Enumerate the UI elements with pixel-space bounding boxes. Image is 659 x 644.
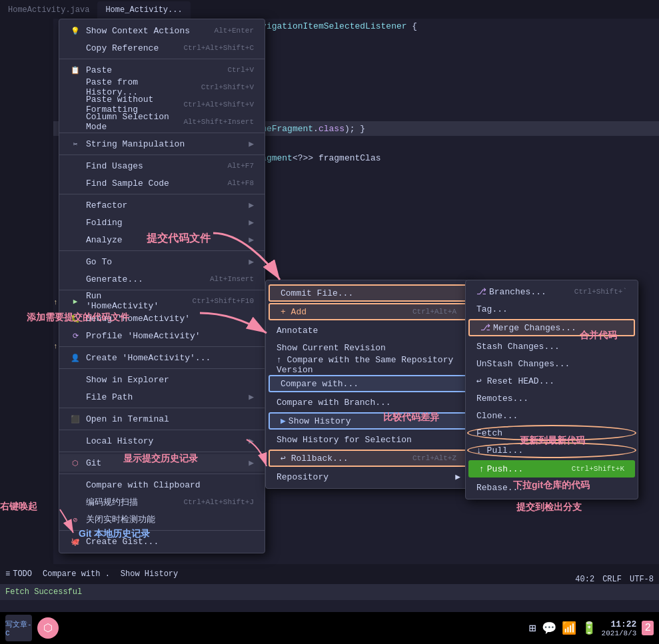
menu-annotate[interactable]: Annotate bbox=[266, 322, 471, 339]
menu-copy-reference[interactable]: Copy Reference Ctrl+Alt+Shift+C bbox=[59, 39, 265, 57]
analyze-arrow: ▶ bbox=[249, 234, 254, 245]
menu-push[interactable]: ↑ Push... Ctrl+Shift+K bbox=[468, 460, 635, 478]
tab-label-1: HomeActivity.java bbox=[8, 5, 89, 15]
menu-column-selection[interactable]: Column Selection Mode Alt+Shift+Insert bbox=[59, 113, 265, 131]
copy-icon bbox=[70, 43, 81, 53]
scissors-icon: ✂ bbox=[70, 139, 81, 149]
terminal-icon: ⬛ bbox=[70, 414, 81, 424]
push-wrapper: ↑ Push... Ctrl+Shift+K bbox=[466, 460, 638, 478]
separator-3 bbox=[59, 155, 265, 155]
tab-label-2: Home_Activity... bbox=[105, 5, 182, 15]
menu-refactor[interactable]: Refactor ▶ bbox=[59, 196, 265, 214]
menu-commit-file[interactable]: Commit File... bbox=[269, 284, 468, 302]
add-item-wrapper: + Add Ctrl+Alt+A bbox=[266, 303, 471, 320]
taskbar-github-icon[interactable]: ⬡ bbox=[37, 617, 59, 639]
editor-gutter bbox=[0, 19, 53, 564]
menu-show-history-selection[interactable]: Show History for Selection bbox=[266, 431, 471, 448]
separator-7 bbox=[59, 346, 265, 347]
separator-9 bbox=[59, 408, 265, 408]
menu-string-manipulation[interactable]: ✂ String Manipulation ▶ bbox=[59, 135, 265, 153]
annotation-push: 提交到检出分支 bbox=[516, 501, 582, 513]
menu-reset-head[interactable]: ↩ Reset HEAD... bbox=[466, 372, 638, 390]
annotation-merge: 合并代码 bbox=[580, 330, 617, 342]
menu-compare-branch[interactable]: Compare with Branch... bbox=[266, 394, 471, 411]
encoding: UTF-8 bbox=[630, 575, 654, 584]
menu-compare-clipboard[interactable]: Compare with Clipboard bbox=[59, 476, 265, 493]
tab-bar: HomeActivity.java Home_Activity... bbox=[0, 0, 659, 19]
menu-generate[interactable]: Generate... Alt+Insert bbox=[59, 270, 265, 288]
filepath-arrow: ▶ bbox=[249, 392, 254, 402]
menu-run[interactable]: ▶ Run 'HomeActivity' Ctrl+Shift+F10 bbox=[59, 292, 265, 310]
menu-show-context-actions[interactable]: 💡 Show Context Actions Alt+Enter bbox=[59, 22, 265, 39]
separator-1 bbox=[59, 59, 265, 59]
run-icon: ▶ bbox=[70, 296, 81, 306]
menu-paste-no-format[interactable]: Paste without Formatting Ctrl+Alt+Shift+… bbox=[59, 96, 265, 113]
menu-folding[interactable]: Folding ▶ bbox=[59, 214, 265, 231]
menu-branches[interactable]: ⎇ Branches... Ctrl+Shift+` bbox=[466, 283, 638, 300]
show-history-wrapper: ▶ Show History bbox=[266, 412, 471, 430]
menu-create[interactable]: 👤 Create 'HomeActivity'... bbox=[59, 349, 265, 366]
compare-with-tab[interactable]: Compare with . bbox=[43, 569, 110, 579]
menu-profile[interactable]: ⟳ Profile 'HomeActivity' bbox=[59, 327, 265, 344]
menu-rollback[interactable]: ↩ Rollback... Ctrl+Alt+Z bbox=[269, 450, 468, 467]
create-icon: 👤 bbox=[70, 352, 81, 363]
menu-show-current-revision[interactable]: Show Current Revision bbox=[266, 339, 471, 356]
rollback-wrapper: ↩ Rollback... Ctrl+Alt+Z bbox=[266, 450, 471, 467]
menu-remotes[interactable]: Remotes... bbox=[466, 390, 638, 407]
tray-app-num: 2 bbox=[642, 621, 654, 635]
commit-file-item-wrapper: Commit File... bbox=[266, 284, 471, 302]
annotation-add-file: 添加需要提交的代码文件 bbox=[27, 312, 129, 324]
system-tray: ⊞ 💬 📶 🔋 11:22 2021/8/3 2 bbox=[529, 619, 654, 637]
menu-goto[interactable]: Go To ▶ bbox=[59, 253, 265, 270]
repo-arrow: ▶ bbox=[455, 472, 460, 482]
refactor-arrow: ▶ bbox=[249, 200, 254, 210]
taskbar-app-write[interactable]: 写文章-C bbox=[5, 615, 32, 641]
separator-12 bbox=[59, 474, 265, 474]
paste-icon: 📋 bbox=[70, 65, 81, 75]
menu-compare-with[interactable]: Compare with... bbox=[269, 375, 468, 392]
line-ending: CRLF bbox=[602, 575, 622, 584]
menu-compare-same-repo[interactable]: ↑ Compare with the Same Repository Versi… bbox=[266, 356, 471, 374]
git-file-submenu: Commit File... + Add Ctrl+Alt+A Annotate… bbox=[265, 280, 472, 489]
menu-terminal[interactable]: ⬛ Open in Terminal bbox=[59, 410, 265, 428]
todo-tab[interactable]: ≡ TODO bbox=[5, 569, 32, 579]
folding-arrow: ▶ bbox=[249, 217, 254, 228]
menu-close-realtime[interactable]: ⊘ 关闭实时检测功能 bbox=[59, 511, 265, 528]
annotation-pull: 下拉git仓库的代码 bbox=[513, 480, 590, 491]
annotation-compare: 比较代码差异 bbox=[383, 412, 439, 424]
notification-bar: Fetch Successful bbox=[0, 584, 659, 600]
menu-paste[interactable]: 📋 Paste Ctrl+V bbox=[59, 61, 265, 79]
status-bar: 40:2 CRLF UTF-8 bbox=[575, 575, 654, 584]
submenu-arrow: ▶ bbox=[249, 139, 254, 149]
separator-2 bbox=[59, 133, 265, 133]
goto-arrow: ▶ bbox=[249, 256, 254, 267]
git-right-submenu: ⎇ Branches... Ctrl+Shift+` Tag... ⎇ Merg… bbox=[465, 280, 638, 499]
annotation-commit-file: 提交代码文件 bbox=[147, 232, 211, 246]
tab-home-activity-2[interactable]: Home_Activity... bbox=[97, 1, 190, 19]
menu-local-history[interactable]: Local History ▶ bbox=[59, 432, 265, 450]
annotation-fetch: 更新到最新代码 bbox=[520, 435, 585, 447]
bulb-icon: 💡 bbox=[70, 25, 81, 36]
menu-find-usages[interactable]: Find Usages Alt+F7 bbox=[59, 157, 265, 174]
separator-4 bbox=[59, 194, 265, 194]
taskbar-items: 写文章-C ⬡ bbox=[5, 615, 529, 641]
show-history-tab[interactable]: Show History bbox=[121, 569, 178, 579]
menu-repository[interactable]: Repository ▶ bbox=[266, 468, 471, 485]
menu-unstash[interactable]: UnStash Changes... bbox=[466, 355, 638, 372]
menu-show-explorer[interactable]: Show in Explorer bbox=[59, 371, 265, 388]
profile-icon: ⟳ bbox=[70, 330, 81, 341]
tray-grid-icon: ⊞ bbox=[529, 621, 536, 635]
menu-tag[interactable]: Tag... bbox=[466, 300, 638, 318]
localhistory-arrow: ▶ bbox=[249, 436, 254, 446]
git-arrow: ▶ bbox=[249, 458, 254, 468]
menu-paste-history[interactable]: Paste from History... Ctrl+Shift+V bbox=[59, 79, 265, 96]
menu-code-scan[interactable]: 编码规约扫描 Ctrl+Alt+Shift+J bbox=[59, 493, 265, 511]
fetch-success-msg: Fetch Successful bbox=[5, 587, 82, 597]
menu-find-sample[interactable]: Find Sample Code Alt+F8 bbox=[59, 174, 265, 192]
menu-clone[interactable]: Clone... bbox=[466, 407, 638, 424]
menu-add[interactable]: + Add Ctrl+Alt+A bbox=[269, 303, 468, 320]
tab-home-activity[interactable]: HomeActivity.java bbox=[0, 1, 97, 19]
menu-file-path[interactable]: File Path ▶ bbox=[59, 388, 265, 406]
tray-battery-icon: 🔋 bbox=[582, 621, 596, 635]
bottom-toolbar: ≡ TODO Compare with . Show History bbox=[0, 564, 659, 584]
